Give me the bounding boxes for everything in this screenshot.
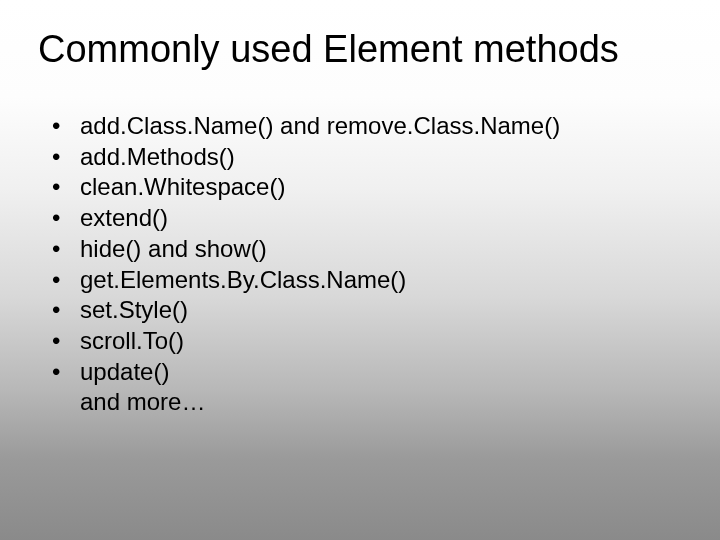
list-item-text: hide() and show(): [80, 234, 682, 265]
list-item: • scroll.To(): [52, 326, 682, 357]
slide-title: Commonly used Element methods: [38, 28, 682, 71]
list-item: • hide() and show(): [52, 234, 682, 265]
list-item-text: update(): [80, 357, 682, 388]
bullet-icon: •: [52, 234, 80, 265]
bullet-icon: •: [52, 357, 80, 388]
list-item: • set.Style(): [52, 295, 682, 326]
bullet-icon: •: [52, 203, 80, 234]
list-item-text: get.Elements.By.Class.Name(): [80, 265, 682, 296]
bullet-list: • add.Class.Name() and remove.Class.Name…: [52, 111, 682, 418]
slide: Commonly used Element methods • add.Clas…: [0, 0, 720, 540]
bullet-icon: •: [52, 142, 80, 173]
list-item-text: add.Class.Name() and remove.Class.Name(): [80, 111, 682, 142]
list-item-text: scroll.To(): [80, 326, 682, 357]
list-item: • get.Elements.By.Class.Name(): [52, 265, 682, 296]
list-item-text: extend(): [80, 203, 682, 234]
bullet-icon: •: [52, 111, 80, 142]
list-item: • update(): [52, 357, 682, 388]
bullet-icon: •: [52, 295, 80, 326]
list-item: • add.Methods(): [52, 142, 682, 173]
bullet-icon: •: [52, 265, 80, 296]
list-item-text: and more…: [80, 387, 682, 418]
list-item: • extend(): [52, 203, 682, 234]
list-item-text: clean.Whitespace(): [80, 172, 682, 203]
list-item-text: set.Style(): [80, 295, 682, 326]
list-item-text: add.Methods(): [80, 142, 682, 173]
list-item: • clean.Whitespace(): [52, 172, 682, 203]
list-item: • add.Class.Name() and remove.Class.Name…: [52, 111, 682, 142]
bullet-icon: •: [52, 326, 80, 357]
list-item-trailing: • and more…: [52, 387, 682, 418]
bullet-icon: •: [52, 172, 80, 203]
